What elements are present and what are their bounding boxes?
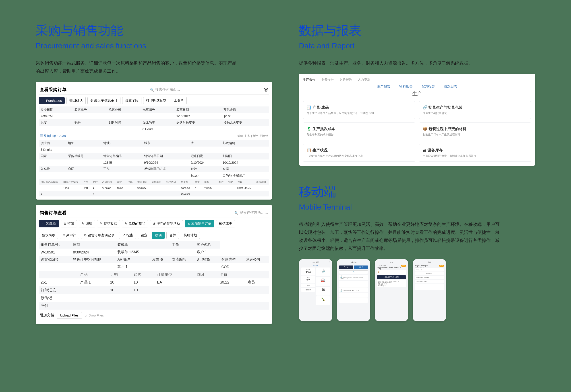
lock-button[interactable]: 锁定 [138, 232, 150, 239]
upload-button[interactable]: Upload Files [57, 312, 82, 319]
phone-2: ←包装指令⋮ 已完成待处理 🔍 🍶 Case Red Card Superbad… [337, 259, 370, 322]
attach-label: 附加文档 [40, 313, 54, 318]
promo-button[interactable]: ✎ 促销改写 [97, 220, 120, 227]
so-search[interactable]: 搜索任何东西…… [234, 210, 268, 215]
tab-finance[interactable]: 财务报告 [340, 78, 352, 82]
drop-hint: or Drop Files [85, 313, 104, 317]
report-card[interactable]: 💲 生产批次成本每批每到期的成本报告 [303, 123, 415, 140]
sales-order-panel: 销售订单查看 搜索任何东西…… ← 装载单 ⊖ 打印 ✎ 编辑 ✎ 促销改写 ✎… [36, 205, 272, 324]
tab-production[interactable]: 生产报告 [303, 78, 316, 82]
tab-business[interactable]: 业务报告 [321, 78, 334, 82]
report-card[interactable]: 📦 包装过程中浪费的材料包装生产订单中产生的过程物料 [419, 123, 531, 140]
ship-plan-button[interactable]: 装船计划 [181, 232, 200, 239]
back-purchases-button[interactable]: ← Purchases [39, 97, 65, 104]
data-title-cn: 数据与报表 [299, 22, 535, 39]
edit-button[interactable]: ✎ 编辑 [79, 220, 95, 227]
data-desc: 提供多种报表，涉及生产、业务、财务和人力资源报告。多方位，多角度了解系统数据。 [299, 59, 500, 67]
reports-panel: 生产报告 业务报告 财务报告 人力资源 生产报告 物料报告 配方报告 游戏日志 … [299, 74, 535, 166]
po-title: 查看采购订单 [40, 87, 66, 93]
report-card[interactable]: 📊 产量-成品每个生产订单的产品数量，组件填充到打印工艺类型 53D [303, 101, 415, 119]
mobile-desc: 移动端的引入使得生产管理更加灵活、高效，帮助企业更好地应对复杂的生产环境。在移动… [299, 220, 500, 252]
report-head: 生产 [303, 90, 531, 97]
po-section-link[interactable]: ☰ 采购订单 12038 [40, 134, 66, 138]
report-card[interactable]: 📋 生产状况一段时间内每个生产订单的状态变化和事项信息 [303, 144, 415, 162]
print-button[interactable]: ⊖ 打印 [61, 220, 77, 227]
payroll-button[interactable]: 工资单 [171, 97, 187, 104]
phone-1: ←生产管理⋮ 生产报告 待定单154 加工97 蒸馏 包装曲线 🍶 🏭 🏗 🍾 [299, 259, 332, 322]
po-section-actions[interactable]: 编辑 | 打印 | 审计 | 列审计 [238, 134, 268, 138]
move-button[interactable]: 移动 [152, 232, 165, 239]
potential-button[interactable]: ⊘ 潜在的促销活动 [150, 220, 183, 227]
add-so-button[interactable]: ⊕ 添加销售订单 [185, 220, 214, 227]
print-label-button[interactable]: 打印托盘标签 [143, 97, 169, 104]
merge-button[interactable]: 合并 [166, 232, 179, 239]
purchase-order-panel: 查看采购订单 搜索任何东西… 🐼 ← Purchases 撤回确认 ⊘ 装运单信… [36, 82, 272, 200]
fields-button[interactable]: 设置字段 [122, 97, 141, 104]
colaudit-button[interactable]: ⊙ 列审计 [60, 232, 79, 239]
changelog-button[interactable]: ⊘ 销售订单变动记录 [81, 232, 117, 239]
so-title: 销售订单查看 [40, 210, 66, 216]
subtab-material[interactable]: 物料报告 [399, 84, 413, 89]
mobile-previews: ←生产管理⋮ 生产报告 待定单154 加工97 蒸馏 包装曲线 🍶 🏭 🏗 🍾 [299, 259, 535, 322]
report-button[interactable]: ↗ 报告 [119, 232, 136, 239]
search-input[interactable]: 搜索任何东西… [150, 87, 180, 92]
phone-3: ←料盒⋮ LT4639 #301待处理 Keg Beer New - South… [375, 259, 408, 322]
subtab-prod[interactable]: 生产报告 [377, 84, 390, 89]
phone-4: ←表格⋮ Bright Can Liquid待处理 2/18/2024 2:31… [413, 259, 446, 322]
showzero-button[interactable]: 显示为零 [39, 232, 58, 239]
back-load-button[interactable]: ← 装载单 [39, 220, 59, 227]
mobile-title-cn: 移动端 [299, 183, 535, 200]
writeoff-button[interactable]: 核销或更 [216, 220, 235, 227]
mobile-title-en: Mobile Terminal [299, 203, 535, 211]
section-title-en: Procurement and sales functions [36, 42, 272, 50]
notification-icon[interactable]: 🐼 [264, 87, 268, 92]
data-title-en: Data and Report [299, 42, 535, 50]
free-button[interactable]: ✎ 免费的商品 [122, 220, 148, 227]
subtab-recipe[interactable]: 配方报告 [421, 84, 435, 89]
subtab-log[interactable]: 游戏日志 [444, 84, 457, 89]
recall-button[interactable]: 撤回确认 [66, 97, 86, 104]
report-card[interactable]: 🔗 批量生产与批量包装批量生产与批量包装 [419, 101, 531, 119]
report-card[interactable]: 🖨 设备库存所有设备提到的数量，有活动信息加归属即可 [419, 144, 531, 162]
audit-button[interactable]: ⊘ 装运单信息审计 [88, 97, 120, 104]
section-desc: 采购销售功能一站式服务。详细记录每一次原料采购和产品销售的客户，数量和价格等信息… [36, 59, 236, 75]
tab-hr[interactable]: 人力资源 [358, 78, 370, 82]
section-title-cn: 采购与销售功能 [36, 22, 272, 39]
